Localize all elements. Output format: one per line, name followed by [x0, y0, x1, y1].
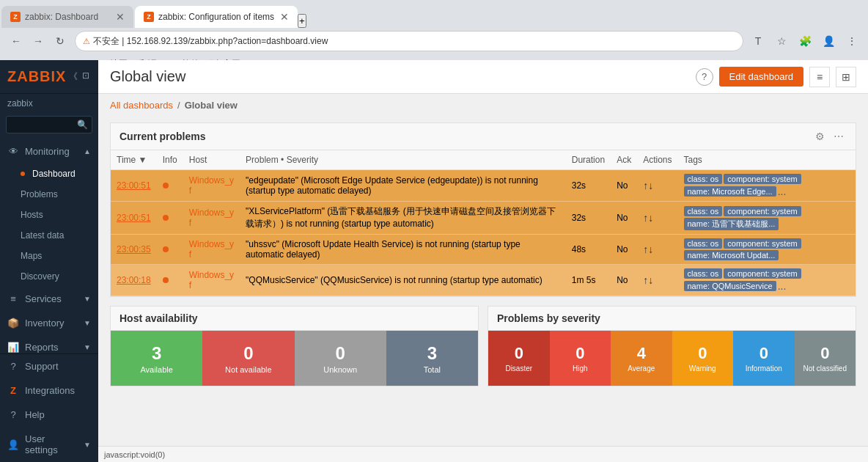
host-link-3[interactable]: Windows_yf — [189, 239, 234, 260]
avail-bar-total[interactable]: 3 Total — [386, 331, 478, 386]
services-arrow: ▼ — [84, 295, 91, 303]
tag-4-2[interactable]: component: system — [724, 268, 801, 279]
col-actions: Actions — [637, 150, 677, 170]
sidebar-item-integrations[interactable]: Z Integrations — [0, 378, 98, 403]
sev-num-information: 0 — [760, 344, 768, 363]
profile-btn[interactable]: 👤 — [818, 31, 839, 51]
sidebar-item-inventory[interactable]: 📦 Inventory ▼ — [0, 311, 98, 335]
sidebar-item-services[interactable]: ≡ Services ▼ — [0, 287, 98, 311]
info-cell-1 — [157, 170, 183, 202]
tag-1-1[interactable]: class: os — [684, 174, 723, 184]
menu-btn[interactable]: ⋮ — [842, 31, 862, 51]
sev-bar-average[interactable]: 4 Average — [611, 331, 672, 386]
avail-bar-available[interactable]: 3 Available — [111, 331, 202, 386]
host-link-4[interactable]: Windows_yf — [189, 270, 234, 290]
host-availability-widget: Host availability 3 Available 0 Not avai… — [110, 306, 479, 386]
sev-num-disaster: 0 — [515, 344, 523, 363]
sev-label-disaster: Disaster — [505, 364, 532, 373]
tag-4-1[interactable]: class: os — [684, 268, 723, 279]
duration-cell-4: 1m 5s — [566, 265, 611, 296]
action-cell-2: ↑↓ — [637, 202, 677, 235]
breadcrumb-all-dashboards[interactable]: All dashboards — [110, 100, 173, 111]
sidebar-collapse-btn[interactable]: 《 — [67, 69, 79, 84]
ack-cell-2: No — [611, 202, 637, 235]
sev-bar-disaster[interactable]: 0 Disaster — [488, 331, 550, 386]
availability-bars: 3 Available 0 Not available 0 Unknown — [111, 331, 478, 386]
sidebar-item-hosts[interactable]: Hosts — [21, 205, 98, 225]
url-bar[interactable]: ⚠ 不安全 | 152.168.92.139/zabbix.php?action… — [75, 31, 743, 51]
action-btn-1[interactable]: ↑↓ — [643, 180, 653, 191]
new-tab-button[interactable]: + — [298, 14, 306, 28]
refresh-button[interactable]: ↻ — [50, 31, 70, 51]
tab-icon-1: Z — [10, 12, 21, 22]
reports-label: Reports — [25, 342, 78, 353]
forward-button[interactable]: → — [28, 31, 48, 51]
tag-3-2[interactable]: component: system — [724, 238, 801, 249]
info-cell-3 — [157, 235, 183, 265]
sidebar-item-latest-data[interactable]: Latest data — [21, 225, 98, 246]
tag-3-3[interactable]: name: Microsoft Updat... — [684, 250, 779, 260]
grid-view-button[interactable]: ⊞ — [836, 67, 856, 87]
sev-bar-not-classified[interactable]: 0 Not classified — [795, 331, 856, 386]
sidebar-item-reports[interactable]: 📊 Reports ▼ — [0, 335, 98, 353]
monitoring-submenu: Dashboard Problems Hosts Latest data Map… — [0, 164, 98, 287]
tag-2-1[interactable]: class: os — [684, 206, 723, 216]
time-value-3[interactable]: 23:00:35 — [117, 244, 151, 254]
sidebar-item-problems[interactable]: Problems — [21, 184, 98, 205]
sidebar-search-icon: 🔍 — [77, 120, 88, 130]
tag-2-2[interactable]: component: system — [724, 206, 801, 216]
sidebar-search-container: 🔍 — [6, 116, 92, 133]
tag-1-3[interactable]: name: Microsoft Edge... — [684, 186, 776, 197]
action-btn-2[interactable]: ↑↓ — [643, 212, 653, 224]
sev-bar-information[interactable]: 0 Information — [733, 331, 795, 386]
sidebar-pin-btn[interactable]: ⊡ — [81, 69, 91, 84]
translate-btn[interactable]: T — [748, 31, 768, 51]
sidebar-item-dashboard[interactable]: Dashboard — [21, 164, 98, 184]
tab-close-2[interactable]: ✕ — [274, 11, 289, 23]
back-button[interactable]: ← — [6, 31, 26, 51]
col-tags: Tags — [678, 150, 856, 170]
sidebar-item-maps[interactable]: Maps — [21, 246, 98, 266]
avail-bar-not-available[interactable]: 0 Not available — [202, 331, 294, 386]
sev-bar-high[interactable]: 0 High — [550, 331, 611, 386]
time-value-1[interactable]: 23:00:51 — [117, 180, 151, 191]
help-button[interactable]: ? — [696, 68, 713, 86]
action-btn-3[interactable]: ↑↓ — [643, 243, 653, 255]
time-value-4[interactable]: 23:00:18 — [117, 275, 151, 285]
tab-dashboard[interactable]: Z zabbix: Dashboard ✕ — [1, 6, 133, 28]
tag-4-3[interactable]: name: QQMusicService — [684, 281, 776, 291]
tag-2-3[interactable]: name: 迅雷下载基础服... — [684, 218, 779, 230]
tag-1-2[interactable]: component: system — [724, 174, 801, 184]
extensions-btn[interactable]: 🧩 — [795, 31, 815, 51]
sev-bar-warning[interactable]: 0 Warning — [672, 331, 734, 386]
status-text: javascript:void(0) — [104, 450, 165, 459]
sidebar-item-support[interactable]: ? Support — [0, 354, 98, 378]
tab-bar: Z zabbix: Dashboard ✕ Z zabbix: Configur… — [0, 0, 868, 28]
bookmark-btn[interactable]: ☆ — [771, 31, 792, 51]
tag-3-1[interactable]: class: os — [684, 238, 723, 249]
list-view-button[interactable]: ≡ — [809, 67, 830, 87]
avail-bar-unknown[interactable]: 0 Unknown — [295, 331, 386, 386]
sidebar-item-monitoring[interactable]: 👁 Monitoring ▲ — [0, 139, 98, 164]
host-link-1[interactable]: Windows_yf — [189, 175, 234, 196]
host-cell-4: Windows_yf — [183, 265, 240, 296]
time-cell-2: 23:00:51 — [111, 202, 157, 235]
dashboard-content: Current problems ⚙ ⋯ Time ▼ Info Host Pr… — [98, 117, 868, 446]
tags-cell-4: class: os component: system name: QQMusi… — [678, 265, 856, 296]
action-btn-4[interactable]: ↑↓ — [643, 274, 653, 286]
sidebar-item-user-settings[interactable]: 👤 User settings ▼ — [0, 427, 98, 462]
widget-settings-btn[interactable]: ⚙ — [812, 129, 828, 144]
widget-more-btn[interactable]: ⋯ — [831, 129, 847, 144]
problems-table: Time ▼ Info Host Problem • Severity Dura… — [111, 150, 856, 296]
sidebar-item-discovery[interactable]: Discovery — [21, 266, 98, 287]
sev-num-warning: 0 — [698, 344, 707, 363]
main-header: Global view ? Edit dashboard ≡ ⊞ — [98, 60, 868, 94]
sidebar-item-help[interactable]: ? Help — [0, 403, 98, 427]
security-icon: ⚠ — [83, 37, 90, 46]
monitoring-label: Monitoring — [25, 146, 78, 157]
tab-config[interactable]: Z zabbix: Configuration of items ✕ — [135, 6, 298, 28]
host-link-2[interactable]: Windows_yf — [189, 208, 234, 228]
time-value-2[interactable]: 23:00:51 — [117, 213, 151, 223]
edit-dashboard-button[interactable]: Edit dashboard — [719, 67, 803, 87]
tab-close-1[interactable]: ✕ — [110, 11, 125, 23]
